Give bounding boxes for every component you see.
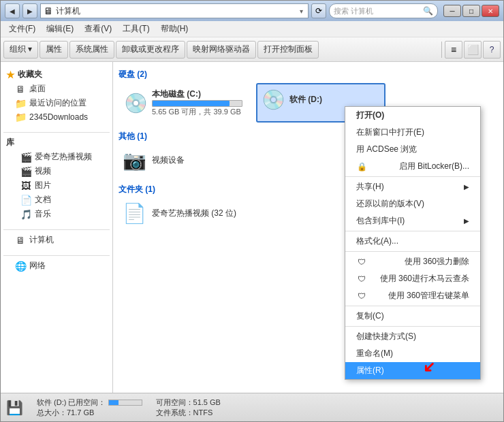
- sidebar-item-iqiyi[interactable]: 🎬 爱奇艺热播视频: [3, 150, 110, 164]
- music-icon: 🎵: [20, 209, 32, 220]
- favorites-label: 收藏夹: [18, 69, 42, 80]
- search-icon: 🔍: [423, 6, 433, 16]
- sidebar-label-recent: 最近访问的位置: [29, 97, 86, 109]
- ctx-copy[interactable]: 复制(C): [345, 308, 480, 325]
- maximize-button[interactable]: □: [462, 5, 480, 17]
- library-label: 库: [6, 137, 14, 148]
- system-properties-button[interactable]: 系统属性: [69, 41, 114, 59]
- sidebar-divider-3: [3, 255, 110, 256]
- address-bar[interactable]: 🖥 计算机 ▾: [40, 3, 309, 18]
- menu-view[interactable]: 查看(V): [79, 22, 117, 36]
- star-icon: ★: [6, 69, 15, 80]
- sidebar: ★ 收藏夹 🖥 桌面 📁 最近访问的位置 📁 2345Downloads: [1, 62, 113, 393]
- library-submenu-arrow: ▶: [464, 217, 469, 225]
- properties-button[interactable]: 属性: [40, 41, 68, 59]
- ctx-share[interactable]: 共享(H) ▶: [345, 178, 480, 195]
- 360-manage-icon: 🛡: [356, 291, 367, 302]
- 360-scan-icon: 🛡: [356, 274, 367, 285]
- documents-icon: 📄: [20, 195, 32, 206]
- sidebar-label-iqiyi: 爱奇艺热播视频: [35, 151, 92, 163]
- hard-disk-section-title: 硬盘 (2): [119, 67, 498, 83]
- open-control-panel-button[interactable]: 打开控制面板: [257, 41, 319, 59]
- sidebar-label-documents: 文档: [35, 194, 51, 206]
- library-header: 库: [3, 135, 110, 150]
- network-icon: 🌐: [14, 261, 27, 272]
- menu-tools[interactable]: 工具(T): [117, 22, 155, 36]
- ctx-sep-5: [345, 326, 480, 327]
- menu-bar: 文件(F) 编辑(E) 查看(V) 工具(T) 帮助(H): [1, 21, 503, 37]
- sidebar-label-video: 视频: [35, 165, 51, 177]
- sidebar-label-network: 网络: [29, 260, 46, 272]
- menu-help[interactable]: 帮助(H): [155, 22, 194, 36]
- address-dropdown-arrow[interactable]: ▾: [298, 7, 305, 15]
- ctx-sep-4: [345, 306, 480, 306]
- forward-button[interactable]: ▶: [22, 3, 37, 18]
- help-button[interactable]: ?: [483, 41, 501, 59]
- refresh-button[interactable]: ⟳: [311, 3, 326, 18]
- sidebar-item-downloads[interactable]: 📁 2345Downloads: [3, 110, 110, 124]
- menu-file[interactable]: 文件(F): [3, 22, 41, 36]
- close-button[interactable]: ✕: [482, 5, 499, 17]
- ctx-sep-3: [345, 251, 480, 252]
- minimize-button[interactable]: ─: [443, 5, 461, 17]
- ctx-create-shortcut[interactable]: 创建快捷方式(S): [345, 328, 480, 345]
- drive-c[interactable]: 💿 本地磁盘 (C:) 5.65 GB 可用，共 39.9 GB: [119, 83, 248, 123]
- folder-iqiyi-icon: 📄: [123, 202, 146, 225]
- video-icon: 🎬: [20, 166, 32, 177]
- sidebar-item-pictures[interactable]: 🖼 图片: [3, 178, 110, 193]
- status-d-label: 软件 (D:) 已用空间：: [37, 397, 142, 408]
- sidebar-item-video[interactable]: 🎬 视频: [3, 164, 110, 178]
- ctx-acdsee[interactable]: 用 ACDSee 浏览: [345, 141, 480, 158]
- recent-icon: 📁: [14, 98, 27, 109]
- drive-d-info: 软件 (D:): [289, 94, 380, 106]
- drive-c-name: 本地磁盘 (C:): [152, 88, 242, 100]
- sidebar-item-computer[interactable]: 🖥 计算机: [3, 233, 110, 247]
- status-d-free: 可用空间：51.5 GB 文件系统：NTFS: [156, 397, 221, 418]
- uninstall-button[interactable]: 卸载或更改程序: [116, 41, 185, 59]
- ctx-360-delete[interactable]: 🛡 使用 360强力删除: [345, 253, 480, 270]
- computer-section: 🖥 计算机: [3, 233, 110, 247]
- sidebar-item-recent[interactable]: 📁 最近访问的位置: [3, 96, 110, 110]
- folder-iqiyi[interactable]: 📄 爱奇艺热播视频 (32 位): [119, 198, 268, 229]
- status-d-bar: [108, 400, 142, 406]
- ctx-open[interactable]: 打开(O): [345, 107, 480, 124]
- library-section: 库 🎬 爱奇艺热播视频 🎬 视频 🖼 图片 📄 文档: [3, 135, 110, 221]
- sidebar-item-network[interactable]: 🌐 网络: [3, 259, 110, 273]
- computer-icon: 🖥: [14, 235, 27, 246]
- map-drive-button[interactable]: 映射网络驱动器: [187, 41, 256, 59]
- view-toggle-button[interactable]: ≡: [445, 41, 462, 59]
- desktop-icon: 🖥: [14, 84, 27, 95]
- ctx-sep-1: [345, 176, 480, 177]
- menu-edit[interactable]: 编辑(E): [41, 22, 79, 36]
- explorer-window: ◀ ▶ 🖥 计算机 ▾ ⟳ 搜索 计算机 🔍 ─ □ ✕ 文件(F) 编辑(E)…: [0, 0, 504, 422]
- ctx-include-library[interactable]: 包含到库中(I) ▶: [345, 212, 480, 229]
- favorites-section: ★ 收藏夹 🖥 桌面 📁 最近访问的位置 📁 2345Downloads: [3, 67, 110, 124]
- ctx-bitlocker[interactable]: 🔒 启用 BitLocker(B)...: [345, 158, 480, 175]
- search-placeholder: 搜索 计算机: [334, 6, 420, 16]
- back-button[interactable]: ◀: [5, 3, 20, 18]
- status-d-free-label: 可用空间：51.5 GB: [156, 397, 221, 408]
- sidebar-item-music[interactable]: 🎵 音乐: [3, 207, 110, 221]
- sidebar-label-downloads: 2345Downloads: [29, 112, 88, 122]
- sidebar-label-music: 音乐: [35, 208, 51, 220]
- ctx-360-scan[interactable]: 🛡 使用 360进行木马云查杀: [345, 270, 480, 287]
- sidebar-item-desktop[interactable]: 🖥 桌面: [3, 82, 110, 96]
- sidebar-divider-1: [3, 132, 110, 133]
- ctx-format[interactable]: 格式化(A)...: [345, 233, 480, 250]
- ctx-restore-previous[interactable]: 还原以前的版本(V): [345, 195, 480, 212]
- drive-d-icon: 💿: [262, 88, 285, 111]
- ctx-360-manage[interactable]: 🛡 使用 360管理右键菜单: [345, 287, 480, 304]
- video-device-icon: 📷: [123, 149, 146, 172]
- device-video[interactable]: 📷 视频设备: [119, 145, 248, 176]
- main-content: ★ 收藏夹 🖥 桌面 📁 最近访问的位置 📁 2345Downloads: [1, 62, 503, 393]
- 360-delete-icon: 🛡: [356, 257, 367, 267]
- view-size-button[interactable]: ⬜: [464, 41, 482, 59]
- drive-c-top: 💿 本地磁盘 (C:) 5.65 GB 可用，共 39.9 GB: [124, 88, 242, 117]
- ctx-properties[interactable]: 属性(R): [345, 362, 480, 379]
- window-controls: ─ □ ✕: [443, 5, 499, 17]
- sidebar-item-documents[interactable]: 📄 文档: [3, 193, 110, 207]
- ctx-rename[interactable]: 重命名(M): [345, 345, 480, 362]
- search-bar[interactable]: 搜索 计算机 🔍: [329, 3, 438, 18]
- ctx-open-new-window[interactable]: 在新窗口中打开(E): [345, 124, 480, 141]
- organize-button[interactable]: 组织 ▾: [3, 41, 38, 59]
